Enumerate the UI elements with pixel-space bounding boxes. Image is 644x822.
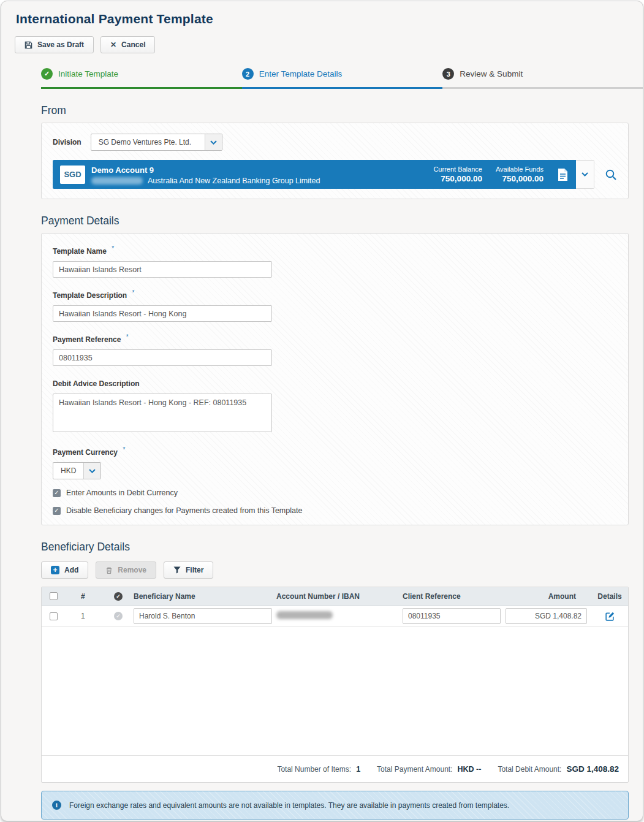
save-icon (25, 41, 32, 49)
beneficiary-details-heading: Beneficiary Details (41, 541, 643, 554)
row-index: 1 (65, 612, 103, 620)
total-debit-amount-label: Total Debit Amount: (498, 765, 561, 774)
cancel-button[interactable]: ✕ Cancel (100, 36, 155, 53)
required-marker: * (123, 446, 126, 453)
division-selected-value: SG Demo Ventures Pte. Ltd. (91, 134, 205, 150)
checkbox-enter-amounts-debit-currency[interactable]: ✓ (53, 489, 61, 497)
table-empty-area (42, 627, 628, 755)
step-1-label: Initiate Template (58, 69, 118, 78)
save-as-draft-label: Save as Draft (37, 40, 84, 49)
step-review-submit[interactable]: 3 Review & Submit (442, 68, 643, 89)
fx-info-text: Foreign exchange rates and equivalent am… (69, 801, 509, 810)
required-marker: * (126, 333, 129, 340)
plus-icon: + (51, 566, 59, 574)
selected-account-bar[interactable]: SGD Demo Account 9 Australia And New Zea… (53, 160, 576, 189)
checkbox-enter-amounts-label: Enter Amounts in Debit Currency (66, 489, 178, 497)
enter-amounts-debit-currency-row: ✓ Enter Amounts in Debit Currency (53, 489, 617, 497)
currency-badge: SGD (60, 166, 85, 184)
account-expand-chevron-icon[interactable] (576, 160, 594, 189)
total-items-value: 1 (356, 765, 360, 774)
step-3-label: Review & Submit (460, 69, 523, 78)
current-balance-label: Current Balance (433, 166, 482, 173)
current-balance-value: 750,000.00 (433, 174, 482, 183)
account-statement-icon[interactable] (557, 168, 569, 181)
fx-info-banner: i Foreign exchange rates and equivalent … (41, 791, 629, 820)
verified-pending-icon: ✓ (114, 612, 123, 620)
account-row: SGD Demo Account 9 Australia And New Zea… (53, 160, 617, 189)
total-debit-amount-value: SGD 1,408.82 (566, 764, 619, 774)
required-marker: * (132, 289, 135, 296)
debit-advice-description-textarea[interactable]: Hawaiian Islands Resort - Hong Kong - RE… (53, 394, 272, 432)
page-title: International Payment Template (16, 12, 643, 26)
payment-currency-label: Payment Currency (53, 448, 118, 457)
account-name: Demo Account 9 (91, 166, 154, 175)
step-2-number-badge: 2 (242, 68, 254, 80)
redacted-account-number (91, 177, 143, 185)
add-label: Add (64, 566, 78, 574)
available-funds-value: 750,000.00 (496, 174, 544, 183)
select-all-checkbox[interactable] (50, 592, 58, 600)
filter-label: Filter (186, 566, 203, 574)
redacted-account-number (276, 611, 333, 619)
payment-currency-select[interactable]: HKD (53, 462, 101, 479)
filter-funnel-icon (173, 566, 181, 574)
close-icon: ✕ (110, 40, 116, 49)
division-label: Division (53, 138, 81, 147)
payment-reference-input[interactable] (53, 349, 272, 366)
bank-name: Australia And New Zealand Banking Group … (148, 177, 320, 185)
header-index: # (65, 592, 103, 601)
check-circle-icon: ✓ (41, 68, 53, 80)
division-select[interactable]: SG Demo Ventures Pte. Ltd. (91, 134, 222, 151)
debit-advice-description-label: Debit Advice Description (53, 379, 140, 388)
beneficiary-table-header: # ✓ Beneficiary Name Account Number / IB… (42, 587, 628, 606)
wizard-steps: ✓ Initiate Template 2 Enter Template Det… (41, 68, 643, 89)
beneficiary-name-input[interactable] (134, 608, 272, 624)
table-totals-bar: Total Number of Items: 1 Total Payment A… (42, 755, 628, 782)
header-client-reference: Client Reference (403, 592, 506, 601)
step-3-number-badge: 3 (442, 68, 454, 80)
total-payment-amount-value: HKD -- (457, 765, 481, 774)
account-search-icon[interactable] (605, 169, 617, 181)
add-beneficiary-button[interactable]: + Add (41, 561, 88, 579)
filter-button[interactable]: Filter (164, 561, 213, 579)
checkbox-disable-beneficiary-changes[interactable]: ✓ (53, 507, 61, 515)
header-details: Details (591, 592, 628, 601)
row-checkbox[interactable] (50, 612, 58, 620)
header-account-number: Account Number / IBAN (276, 592, 403, 601)
payment-details-panel: Template Name * Template Description * P… (41, 233, 629, 525)
template-description-input[interactable] (53, 305, 272, 322)
available-funds-label: Available Funds (496, 166, 544, 173)
beneficiary-table-row: 1 ✓ (42, 606, 628, 627)
remove-label: Remove (118, 566, 146, 574)
info-icon: i (52, 801, 61, 810)
step-enter-template-details[interactable]: 2 Enter Template Details (242, 68, 443, 89)
page-toolbar: Save as Draft ✕ Cancel (15, 36, 643, 53)
from-section-heading: From (41, 104, 643, 117)
template-name-input[interactable] (53, 261, 272, 278)
remove-beneficiary-button[interactable]: Remove (96, 561, 156, 579)
chevron-down-icon[interactable] (205, 134, 222, 150)
amount-input[interactable] (506, 608, 587, 624)
payment-reference-label: Payment Reference (53, 335, 121, 344)
edit-details-icon[interactable] (605, 611, 615, 622)
verified-icon: ✓ (114, 592, 123, 601)
cancel-label: Cancel (121, 40, 145, 49)
header-beneficiary-name: Beneficiary Name (134, 592, 276, 601)
template-name-label: Template Name (53, 247, 107, 256)
step-initiate-template[interactable]: ✓ Initiate Template (41, 68, 242, 89)
template-description-label: Template Description (53, 291, 127, 300)
disable-beneficiary-changes-row: ✓ Disable Beneficiary changes for Paymen… (53, 506, 617, 515)
beneficiary-toolbar: + Add Remove Filter (41, 561, 643, 579)
payment-currency-value: HKD (53, 463, 83, 479)
from-panel: Division SG Demo Ventures Pte. Ltd. SGD … (41, 123, 629, 199)
trash-icon (105, 566, 113, 574)
header-amount: Amount (506, 592, 591, 601)
client-reference-input[interactable] (403, 608, 501, 624)
beneficiary-table: # ✓ Beneficiary Name Account Number / IB… (41, 587, 629, 783)
international-payment-template-page: International Payment Template Save as D… (1, 1, 643, 821)
chevron-down-icon[interactable] (83, 463, 100, 479)
required-marker: * (112, 245, 114, 252)
step-2-label: Enter Template Details (259, 69, 343, 78)
payment-details-heading: Payment Details (41, 215, 643, 227)
save-as-draft-button[interactable]: Save as Draft (15, 36, 94, 53)
